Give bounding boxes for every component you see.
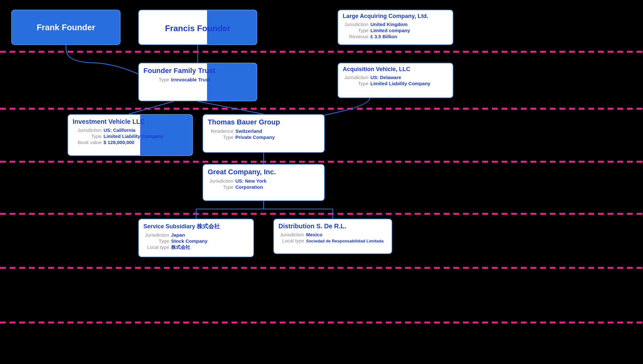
great-company-node[interactable]: Great Company, Inc. Jurisdiction US: New… bbox=[203, 164, 325, 201]
great-jurisdiction-value: US: New York bbox=[235, 178, 267, 184]
thomas-type-label: Type bbox=[208, 134, 233, 140]
large-acquiring-name: Large Acquiring Company, Ltd. bbox=[338, 10, 453, 21]
investment-name: Investment Vehicle LLC bbox=[68, 115, 192, 127]
acquisition-name: Acquisition Vehicle, LLC bbox=[338, 63, 453, 74]
invest-jurisdiction-value: US: California bbox=[104, 127, 135, 133]
service-name: Service Subsidiary 株式会社 bbox=[139, 219, 253, 232]
trust-type-label: Type bbox=[143, 77, 169, 82]
large-revenue-value: £ 3.5 Billion bbox=[370, 34, 397, 39]
service-type-value: Stock Company bbox=[171, 238, 207, 244]
francis-founder-name: Francis Founder bbox=[160, 20, 235, 35]
service-type-label: Type bbox=[143, 238, 169, 244]
invest-bookvalue-value: $ 128,000,000 bbox=[104, 140, 134, 145]
large-acquiring-node[interactable]: Large Acquiring Company, Ltd. Jurisdicti… bbox=[338, 10, 453, 45]
frank-founder-name: Frank Founder bbox=[37, 23, 95, 32]
large-type-value: Limited company bbox=[370, 28, 410, 33]
investment-vehicle-node[interactable]: Investment Vehicle LLC Jurisdiction US: … bbox=[68, 114, 193, 156]
trust-name: Founder Family Trust bbox=[139, 63, 257, 76]
francis-founder-node[interactable]: Francis Founder bbox=[138, 10, 257, 45]
great-name: Great Company, Inc. bbox=[203, 165, 324, 177]
service-jurisdiction-value: Japan bbox=[171, 232, 185, 238]
service-subsidiary-node[interactable]: Service Subsidiary 株式会社 Jurisdiction Jap… bbox=[138, 219, 254, 257]
large-jurisdiction-value: United Kingdom bbox=[370, 22, 408, 27]
invest-bookvalue-label: Book value bbox=[73, 140, 102, 145]
acq-jurisdiction-value: US: Delaware bbox=[370, 75, 401, 80]
thomas-residence-value: Switzerland bbox=[235, 128, 262, 134]
trust-type-value: Irrevocable Trust bbox=[171, 77, 210, 82]
distrib-localtype-label: Local type bbox=[278, 238, 304, 243]
dashed-line-1 bbox=[0, 51, 643, 53]
dashed-line-4 bbox=[0, 213, 643, 215]
large-revenue-label: Revenue bbox=[343, 34, 368, 39]
acq-type-value: Limited Liability Company bbox=[370, 81, 430, 86]
acq-type-label: Type bbox=[343, 81, 368, 86]
invest-type-value: Limited Liability Company bbox=[104, 133, 164, 139]
distrib-jurisdiction-value: Mexico bbox=[306, 232, 322, 237]
distrib-jurisdiction-label: Jurisdiction bbox=[278, 232, 304, 237]
acq-jurisdiction-label: Jurisdiction bbox=[343, 75, 368, 80]
distribution-node[interactable]: Distribution S. De R.L. Jurisdiction Mex… bbox=[273, 219, 392, 254]
great-type-label: Type bbox=[208, 184, 233, 190]
invest-jurisdiction-label: Jurisdiction bbox=[73, 127, 102, 133]
dashed-line-2 bbox=[0, 108, 643, 110]
large-jurisdiction-label: Jurisdiction bbox=[343, 22, 368, 27]
thomas-name: Thomas Bauer Group bbox=[203, 115, 324, 128]
great-jurisdiction-label: Jurisdiction bbox=[208, 178, 233, 184]
service-localtype-label: Local type bbox=[143, 244, 169, 250]
acquisition-vehicle-node[interactable]: Acquisition Vehicle, LLC Jurisdiction US… bbox=[338, 63, 453, 98]
service-localtype-value: 株式会社 bbox=[171, 244, 190, 250]
dashed-line-6 bbox=[0, 322, 643, 323]
service-jurisdiction-label: Jurisdiction bbox=[143, 232, 169, 238]
invest-type-label: Type bbox=[73, 133, 102, 139]
great-type-value: Corporation bbox=[235, 184, 263, 190]
thomas-type-value: Private Company bbox=[235, 134, 275, 140]
dashed-line-3 bbox=[0, 161, 643, 163]
founder-trust-node[interactable]: Founder Family Trust Type Irrevocable Tr… bbox=[138, 63, 257, 101]
dashed-line-5 bbox=[0, 267, 643, 269]
thomas-bauer-node[interactable]: Thomas Bauer Group Residence Switzerland… bbox=[203, 114, 325, 153]
distribution-name: Distribution S. De R.L. bbox=[274, 219, 392, 231]
frank-founder-node[interactable]: Frank Founder bbox=[11, 10, 121, 45]
large-type-label: Type bbox=[343, 28, 368, 33]
thomas-residence-label: Residence bbox=[208, 128, 233, 134]
distrib-localtype-value: Sociedad de Responsabilidad Limitada bbox=[306, 239, 384, 243]
